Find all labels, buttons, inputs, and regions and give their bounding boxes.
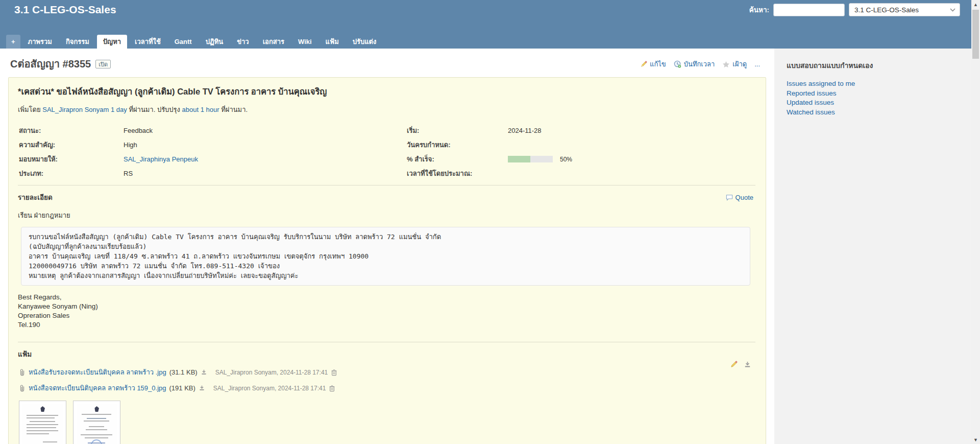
project-tab-bar: + ภาพรวม กิจกรรม ปัญหา เวลาที่ใช้ Gantt … — [6, 35, 382, 49]
attachment-meta: SAL_Jirapron Sonyam, 2024-11-28 17:41 — [215, 369, 328, 376]
files-heading: แฟ้ม — [18, 348, 758, 360]
paperclip-icon — [19, 369, 26, 376]
search-input[interactable] — [773, 4, 845, 16]
tab-gantt[interactable]: Gantt — [168, 35, 198, 49]
divider — [18, 185, 755, 185]
download-icon[interactable] — [199, 385, 205, 391]
header-search-area: ค้นหา: 3.1 C-LEG-OS-Sales — [749, 3, 960, 16]
issue-heading-row: Cต่อสัญญา #8355 เปิด แก้ไข — [8, 56, 766, 72]
log-time-button[interactable]: บันทึกเวลา — [674, 59, 715, 69]
status-badge: เปิด — [95, 60, 111, 68]
project-jump-select[interactable]: 3.1 C-LEG-OS-Sales — [849, 3, 960, 16]
stamp-seal — [91, 439, 102, 444]
sidebar-link-updated-issues[interactable]: Updated issues — [787, 98, 966, 108]
sidebar-link-reported-issues[interactable]: Reported issues — [787, 89, 966, 99]
sidebar: แบบสอบถามแบบกำหนดเอง Issues assigned to … — [774, 49, 971, 444]
pre-line: รบกวนขอไฟล์หนังสือสัญญา (ลูกค้าเดิม) Cab… — [29, 232, 743, 242]
assignee-link[interactable]: SAL_Jiraphinya Penpeuk — [124, 155, 198, 163]
attachment-meta: SAL_Jirapron Sonyam, 2024-11-28 17:41 — [213, 385, 326, 392]
pre-line: หมายเหตุ ลูกค้าต้องจากเอกสารสัญญา เนื่อง… — [29, 271, 743, 281]
issue-attributes: สถานะ: Feedback เริ่ม: 2024-11-28 ความสำ… — [19, 125, 758, 179]
updated-prefix: ปรับปรุง — [157, 106, 180, 113]
attr-estimated-time-label: เวลาที่ใช้โดยประมาณ: — [407, 168, 508, 179]
tab-files[interactable]: แฟ้ม — [320, 35, 345, 49]
project-select-value: 3.1 C-LEG-OS-Sales — [854, 6, 919, 14]
attr-category-value: RS — [124, 170, 407, 177]
updated-ago-link[interactable]: about 1 hour — [182, 106, 219, 113]
attr-start-value: 2024-11-28 — [508, 127, 758, 134]
author-link[interactable]: SAL_Jirapron Sonyam — [42, 106, 109, 113]
attr-status-value: Feedback — [124, 127, 407, 134]
tab-documents[interactable]: เอกสาร — [257, 35, 290, 49]
star-icon — [722, 61, 730, 68]
description-pre-block: รบกวนขอไฟล์หนังสือสัญญา (ลูกค้าเดิม) Cab… — [21, 227, 750, 286]
tab-news[interactable]: ข่าว — [231, 35, 255, 49]
tab-wiki[interactable]: Wiki — [292, 35, 318, 49]
attachment-size: (191 KB) — [169, 384, 195, 392]
tab-new[interactable]: + — [6, 35, 20, 49]
progress-percent-text: 50% — [560, 156, 572, 163]
attachment-row: หนังสือจดทะเบียนนิติบุคคล ลาดพร้าว 159_0… — [19, 383, 758, 393]
tab-overview[interactable]: ภาพรวม — [22, 35, 58, 49]
vertical-scrollbar[interactable]: ▲ ▼ — [971, 0, 980, 444]
more-actions-button[interactable]: ... — [754, 60, 760, 68]
tab-activity[interactable]: กิจกรรม — [60, 35, 95, 49]
description-greeting: เรียน ฝ่ายกฎหมาย — [18, 210, 758, 221]
attachment-link[interactable]: หนังสือรับรองจดทะเบียนนิติบุคคล ลาดพร้าว… — [29, 367, 166, 378]
garuda-emblem — [94, 406, 99, 412]
pre-line: (ฉบับสัญญาที่ลูกค้าลงนามเรียบร้อยแล้ว) — [29, 242, 743, 251]
edit-button[interactable]: แก้ไข — [640, 59, 666, 69]
attr-assignee-label: มอบหมายให้: — [19, 154, 124, 165]
edit-label: แก้ไข — [650, 59, 666, 69]
issue-actions: แก้ไข บันทึกเวลา — [640, 59, 760, 69]
quote-bubble-icon — [726, 194, 733, 201]
description-heading: รายละเอียด — [18, 192, 53, 203]
document-preview — [77, 404, 117, 444]
clock-icon — [674, 60, 681, 68]
sidebar-link-assigned-to-me[interactable]: Issues assigned to me — [787, 79, 966, 89]
attr-priority-label: ความสำคัญ: — [19, 139, 124, 150]
attachment-thumbnails — [19, 401, 758, 444]
files-section: แฟ้ม — [17, 348, 758, 444]
tab-issues[interactable]: ปัญหา — [97, 35, 127, 49]
tab-settings[interactable]: ปรับแต่ง — [347, 35, 383, 49]
watch-button[interactable]: เฝ้าดู — [722, 59, 747, 69]
scrollbar-thumb[interactable] — [972, 10, 979, 59]
custom-queries-heading: แบบสอบถามแบบกำหนดเอง — [787, 60, 966, 71]
chevron-down-icon — [950, 8, 955, 12]
scroll-down-arrow[interactable]: ▼ — [971, 435, 980, 444]
download-icon[interactable] — [201, 369, 207, 376]
pencil-icon — [640, 61, 647, 68]
attr-status-label: สถานะ: — [19, 125, 124, 136]
attr-priority-value: High — [124, 141, 407, 149]
scroll-up-arrow[interactable]: ▲ — [971, 0, 980, 9]
sidebar-link-watched-issues[interactable]: Watched issues — [787, 108, 966, 118]
tab-spent-time[interactable]: เวลาที่ใช้ — [129, 35, 167, 49]
quote-button[interactable]: Quote — [726, 194, 753, 201]
attachment-thumbnail[interactable] — [73, 401, 120, 444]
issue-subject: *เคสด่วน* ขอไฟล์หนังสือสัญญา (ลูกค้าเดิม… — [18, 85, 758, 98]
attachment-link[interactable]: หนังสือจดทะเบียนนิติบุคคล ลาดพร้าว 159_0… — [29, 383, 166, 393]
done-ratio-cell: 50% — [508, 156, 758, 163]
app-header: 3.1 C-LEG-OS-Sales ค้นหา: 3.1 C-LEG-OS-S… — [0, 0, 971, 49]
attr-start-label: เริ่ม: — [407, 125, 508, 136]
edit-files-icon[interactable] — [730, 361, 738, 368]
quote-label: Quote — [736, 194, 753, 201]
watch-label: เฝ้าดู — [732, 59, 747, 69]
document-preview — [22, 404, 63, 444]
signature-line: Opreration Sales — [18, 311, 758, 320]
trash-icon[interactable] — [329, 385, 335, 392]
signature-line: Kanyawee Sonyam (Ning) — [18, 302, 758, 311]
trash-icon[interactable] — [331, 369, 337, 376]
tab-calendar[interactable]: ปฏิทิน — [200, 35, 229, 49]
search-label: ค้นหา: — [749, 4, 769, 15]
created-ago-link[interactable]: 1 day — [111, 106, 127, 113]
attachment-thumbnail[interactable] — [19, 401, 66, 444]
file-tools — [730, 361, 751, 368]
main-content: Cต่อสัญญา #8355 เปิด แก้ไข — [0, 49, 774, 444]
attachment-size: (31.1 KB) — [169, 368, 198, 376]
attr-due-date-label: วันครบกำหนด: — [407, 139, 508, 150]
added-suffix: ที่ผ่านมา. — [129, 106, 155, 113]
download-all-icon[interactable] — [744, 361, 751, 368]
attr-done-ratio-label: % สำเร็จ: — [407, 154, 508, 165]
